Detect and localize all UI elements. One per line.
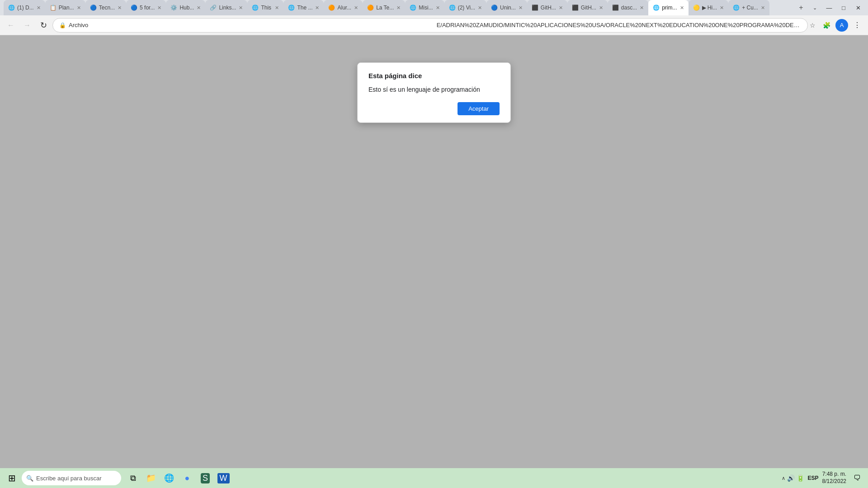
toolbar-icons: 🧩 A ⋮ xyxy=(819,18,864,33)
tab-favicon: 🟡 xyxy=(693,5,699,11)
tab-t18[interactable]: 🟡 ▶ Hi... ✕ xyxy=(689,0,729,15)
windows-logo-icon: ⊞ xyxy=(8,473,16,483)
tab-close-button[interactable]: ✕ xyxy=(197,5,201,11)
tab-close-button[interactable]: ✕ xyxy=(680,5,684,11)
tab-favicon: ⚙️ xyxy=(170,5,177,11)
tab-t9[interactable]: 🟠 Alur... ✕ xyxy=(324,0,363,15)
edge-button[interactable]: 🌐 xyxy=(161,470,177,486)
tab-favicon: 🌐 xyxy=(288,5,294,11)
extensions-button[interactable]: 🧩 xyxy=(819,18,834,33)
tab-t10[interactable]: 🟠 La Te... ✕ xyxy=(363,0,405,15)
tab-t14[interactable]: ⬛ GitH... ✕ xyxy=(527,0,567,15)
tab-label: (2) Vi... xyxy=(458,5,475,11)
tab-close-button[interactable]: ✕ xyxy=(559,5,563,11)
close-button[interactable]: ✕ xyxy=(852,3,864,13)
notification-button[interactable]: 🗨 xyxy=(850,471,864,485)
maximize-button[interactable]: □ xyxy=(837,3,850,13)
task-view-button[interactable]: ⧉ xyxy=(125,470,141,486)
tab-close-button[interactable]: ✕ xyxy=(239,5,243,11)
tab-close-button[interactable]: ✕ xyxy=(599,5,603,11)
tab-label: Hub... xyxy=(179,5,194,11)
tab-t16[interactable]: ⬛ dasc... ✕ xyxy=(608,0,648,15)
task-view-icon: ⧉ xyxy=(130,474,136,483)
taskbar-clock: 7:48 p. m. 8/12/2022 xyxy=(822,471,846,485)
start-button[interactable]: ⊞ xyxy=(4,470,20,486)
tab-close-button[interactable]: ✕ xyxy=(315,5,319,11)
tab-t4[interactable]: 🔵 5 for... ✕ xyxy=(126,0,166,15)
tab-label: La Te... xyxy=(376,5,394,11)
dialog-buttons: Aceptar xyxy=(368,102,500,115)
dialog-overlay: Esta página dice Esto sí es un lenguaje … xyxy=(0,35,868,488)
tab-close-button[interactable]: ✕ xyxy=(640,5,644,11)
tab-close-button[interactable]: ✕ xyxy=(436,5,440,11)
title-bar: 🌐 (1) D... ✕ 📋 Plan... ✕ 🔵 Tecn... ✕ 🔵 5… xyxy=(0,0,868,15)
tab-t17[interactable]: 🌐 prim... ✕ xyxy=(648,0,688,15)
address-bar[interactable]: 🔒 Archivo E/ADRIAN%20ZAMUDIO/MINTIC%20AP… xyxy=(52,18,808,33)
tab-favicon: ⬛ xyxy=(532,5,538,11)
tab-t2[interactable]: 📋 Plan... ✕ xyxy=(45,0,85,15)
notification-icon: 🗨 xyxy=(854,474,861,482)
edge-icon: 🌐 xyxy=(164,473,174,483)
minimize-button[interactable]: — xyxy=(823,3,835,13)
chrome-button[interactable]: ● xyxy=(179,470,195,486)
tab-close-button[interactable]: ✕ xyxy=(275,5,279,11)
tab-search-button[interactable]: ⌄ xyxy=(808,3,821,13)
tab-t3[interactable]: 🔵 Tecn... ✕ xyxy=(85,0,126,15)
tray-expand-icon[interactable]: ∧ xyxy=(782,475,785,481)
tab-close-button[interactable]: ✕ xyxy=(519,5,523,11)
tab-label: Plan... xyxy=(59,5,74,11)
tab-close-button[interactable]: ✕ xyxy=(354,5,358,11)
tab-close-button[interactable]: ✕ xyxy=(396,5,401,11)
tab-close-button[interactable]: ✕ xyxy=(478,5,482,11)
new-tab-button[interactable]: + xyxy=(795,1,807,14)
file-explorer-button[interactable]: 📁 xyxy=(143,470,159,486)
address-bar-row: ← → ↻ 🔒 Archivo E/ADRIAN%20ZAMUDIO/MINTI… xyxy=(0,15,868,35)
tab-label: Tecn... xyxy=(99,5,115,11)
tab-close-button[interactable]: ✕ xyxy=(157,5,161,11)
dialog-message: Esto sí es un lenguaje de programación xyxy=(368,86,500,93)
word-button[interactable]: W xyxy=(215,470,231,486)
chrome-browser: 🌐 (1) D... ✕ 📋 Plan... ✕ 🔵 Tecn... ✕ 🔵 5… xyxy=(0,0,868,488)
tab-t5[interactable]: ⚙️ Hub... ✕ xyxy=(166,0,205,15)
tab-favicon: ⬛ xyxy=(612,5,618,11)
back-button[interactable]: ← xyxy=(4,18,18,33)
tab-t8[interactable]: 🌐 The ... ✕ xyxy=(283,0,324,15)
tabs-strip: 🌐 (1) D... ✕ 📋 Plan... ✕ 🔵 Tecn... ✕ 🔵 5… xyxy=(4,0,794,15)
tab-favicon: 📋 xyxy=(50,5,56,11)
file-explorer-icon: 📁 xyxy=(146,473,156,483)
dialog-ok-button[interactable]: Aceptar xyxy=(458,102,500,115)
bookmark-star-icon[interactable]: ☆ xyxy=(810,22,816,29)
tab-close-button[interactable]: ✕ xyxy=(77,5,81,11)
tab-t12[interactable]: 🌐 (2) Vi... ✕ xyxy=(444,0,486,15)
tab-close-button[interactable]: ✕ xyxy=(37,5,41,11)
snakeapp-button[interactable]: S xyxy=(197,470,213,486)
tab-label: prim... xyxy=(662,5,677,11)
reload-button[interactable]: ↻ xyxy=(36,18,51,33)
address-right-icons: ☆ xyxy=(810,22,816,29)
tab-favicon: 🌐 xyxy=(449,5,455,11)
battery-icon[interactable]: 🔋 xyxy=(797,474,804,482)
lock-icon: 🔒 xyxy=(59,22,66,28)
tab-t19[interactable]: 🌐 + Cu... ✕ xyxy=(728,0,769,15)
tab-favicon: 🌐 xyxy=(8,5,14,11)
tab-t6[interactable]: 🔗 Links... ✕ xyxy=(205,0,247,15)
tab-favicon: 🌐 xyxy=(733,5,739,11)
tab-label: Unin... xyxy=(500,5,516,11)
snake-icon: S xyxy=(201,473,210,483)
tab-t11[interactable]: 🌐 Misi... ✕ xyxy=(405,0,444,15)
taskbar: ⊞ 🔍 Escribe aquí para buscar ⧉ 📁 🌐 ● S W… xyxy=(0,468,868,488)
tab-t1[interactable]: 🌐 (1) D... ✕ xyxy=(4,0,45,15)
tab-favicon: 🔵 xyxy=(90,5,96,11)
tab-close-button[interactable]: ✕ xyxy=(118,5,122,11)
chrome-icon: ● xyxy=(185,474,190,483)
tab-close-button[interactable]: ✕ xyxy=(720,5,724,11)
tab-close-button[interactable]: ✕ xyxy=(761,5,765,11)
taskbar-search-box[interactable]: 🔍 Escribe aquí para buscar xyxy=(22,471,121,485)
tab-t7[interactable]: 🌐 This ✕ xyxy=(247,0,283,15)
tab-t15[interactable]: ⬛ GitH... ✕ xyxy=(567,0,608,15)
forward-button[interactable]: → xyxy=(20,18,34,33)
profile-button[interactable]: A xyxy=(835,19,848,32)
speaker-icon[interactable]: 🔊 xyxy=(787,474,795,482)
more-menu-button[interactable]: ⋮ xyxy=(850,18,864,33)
tab-t13[interactable]: 🔵 Unin... ✕ xyxy=(486,0,527,15)
